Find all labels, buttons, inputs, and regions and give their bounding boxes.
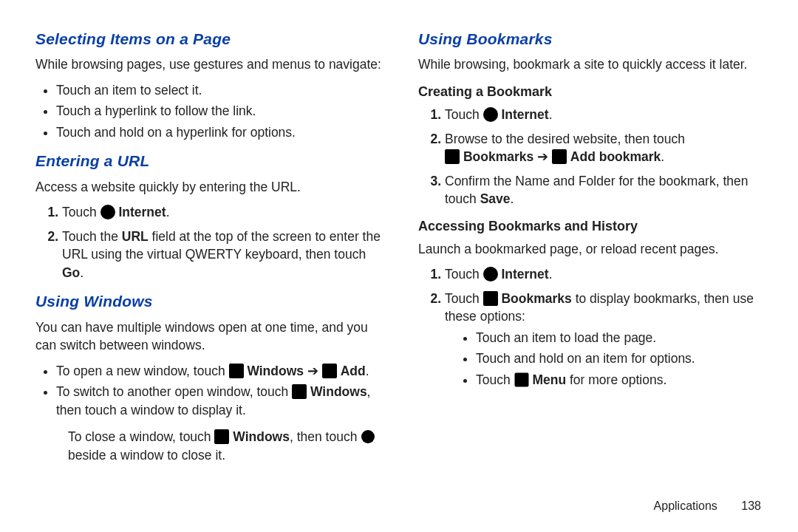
text: Touch — [476, 372, 514, 387]
bullet: Touch an item to select it. — [56, 81, 384, 100]
text: To open a new window, touch — [56, 364, 229, 378]
text-bold: Add bookmark — [570, 149, 661, 164]
text: . — [166, 205, 170, 219]
menu-icon — [514, 372, 529, 387]
step: Touch Internet. — [445, 265, 767, 284]
bookmark-icon — [445, 149, 460, 164]
bullet: Touch and hold on a hyperlink for option… — [56, 123, 384, 142]
arrow-icon: ➔ — [533, 149, 552, 164]
text-bold: Menu — [532, 372, 566, 387]
text-bold: Bookmarks — [463, 149, 533, 164]
left-column: Selecting Items on a Page While browsing… — [35, 28, 384, 517]
footer-page-number: 138 — [741, 499, 761, 512]
text: Touch the — [62, 229, 122, 244]
text-bold: Internet — [501, 107, 548, 122]
entering-intro: Access a website quickly by entering the… — [35, 178, 384, 197]
subheading-accessing-bookmarks: Accessing Bookmarks and History — [418, 217, 767, 236]
text: To switch to another open window, touch — [56, 384, 292, 399]
step-text: Touch Bookmarks to display bookmarks, th… — [445, 291, 754, 324]
bullet: Touch and hold on an item for options. — [476, 349, 767, 368]
text-bold: Internet — [118, 205, 166, 219]
step: Touch Bookmarks to display bookmarks, th… — [445, 290, 767, 389]
add-icon — [552, 149, 567, 164]
text-bold: Internet — [501, 267, 548, 282]
footer-section: Applications — [654, 499, 717, 512]
text-bold: Windows — [310, 384, 367, 399]
text-bold: Bookmarks — [501, 291, 571, 306]
text: Touch — [445, 107, 483, 122]
step-text: Touch Internet. — [445, 107, 553, 122]
windows-icon — [292, 384, 307, 399]
heading-entering-url: Entering a URL — [35, 150, 384, 171]
step: Browse to the desired website, then touc… — [445, 130, 767, 166]
text-bold: Windows — [233, 429, 290, 444]
step: Touch Internet. — [445, 106, 767, 124]
bullet: Touch an item to load the page. — [476, 329, 767, 347]
manual-page: Selecting Items on a Page While browsing… — [0, 0, 798, 532]
windows-bullets: To open a new window, touch Windows ➔ Ad… — [35, 362, 384, 420]
text: . — [661, 149, 664, 164]
text: beside a window to close it. — [68, 448, 225, 463]
step: Touch the URL field at the top of the sc… — [62, 228, 384, 282]
accessing-steps: Touch Internet. Touch Bookmarks to displ… — [418, 265, 767, 389]
text-bold: Windows — [247, 364, 304, 378]
bookmark-icon — [483, 291, 498, 306]
bullet: Touch Menu for more options. — [476, 371, 767, 389]
bookmarks-intro: While browsing, bookmark a site to quick… — [418, 55, 767, 74]
text-bold: Go — [62, 265, 80, 280]
arrow-icon: ➔ — [304, 364, 322, 378]
text: . — [549, 107, 553, 122]
text: . — [549, 267, 553, 282]
selecting-bullets: Touch an item to select it. Touch a hype… — [35, 81, 384, 142]
add-icon — [322, 364, 337, 378]
windows-icon — [229, 364, 244, 378]
step-text: Confirm the Name and Folder for the book… — [445, 174, 748, 207]
text: Touch — [445, 267, 483, 282]
right-column: Using Bookmarks While browsing, bookmark… — [418, 28, 767, 517]
selecting-intro: While browsing pages, use gestures and m… — [35, 55, 384, 74]
step: Confirm the Name and Folder for the book… — [445, 172, 767, 208]
text: Touch — [445, 291, 483, 306]
heading-using-bookmarks: Using Bookmarks — [418, 28, 767, 50]
text-bold: Save — [480, 191, 511, 206]
step-text: Touch Internet. — [62, 205, 170, 219]
text: . — [511, 191, 514, 206]
text: Touch — [62, 205, 100, 219]
close-icon — [361, 429, 375, 444]
text: for more options. — [566, 372, 666, 387]
bullet: To open a new window, touch Windows ➔ Ad… — [56, 362, 384, 381]
text: To close a window, touch — [68, 429, 214, 444]
page-footer: Applications 138 — [654, 498, 761, 514]
globe-icon — [483, 267, 498, 282]
windows-sub-bullet: To close a window, touch Windows, then t… — [68, 428, 384, 464]
windows-icon — [214, 429, 229, 444]
step-text: Browse to the desired website, then touc… — [445, 132, 685, 165]
subheading-creating-bookmark: Creating a Bookmark — [418, 83, 767, 101]
text: Browse to the desired website, then touc… — [445, 132, 685, 146]
accessing-sub-bullets: Touch an item to load the page. Touch an… — [455, 329, 767, 389]
text: , then touch — [290, 429, 361, 444]
text: . — [366, 364, 369, 378]
entering-steps: Touch Internet. Touch the URL field at t… — [35, 203, 384, 282]
windows-intro: You can have multiple windows open at on… — [35, 318, 384, 355]
step-text: Touch the URL field at the top of the sc… — [62, 229, 381, 280]
heading-selecting: Selecting Items on a Page — [35, 28, 384, 50]
accessing-intro: Launch a bookmarked page, or reload rece… — [418, 240, 767, 259]
text-bold: URL — [122, 229, 149, 244]
bullet: To switch to another open window, touch … — [56, 383, 384, 419]
creating-steps: Touch Internet. Browse to the desired we… — [418, 106, 767, 208]
step: Touch Internet. — [62, 203, 384, 222]
globe-icon — [100, 205, 115, 219]
step-text: Touch Internet. — [445, 267, 553, 282]
text: . — [80, 265, 83, 280]
text-bold: Add — [341, 364, 366, 378]
globe-icon — [483, 107, 498, 122]
heading-using-windows: Using Windows — [35, 290, 384, 312]
bullet: Touch a hyperlink to follow the link. — [56, 102, 384, 120]
